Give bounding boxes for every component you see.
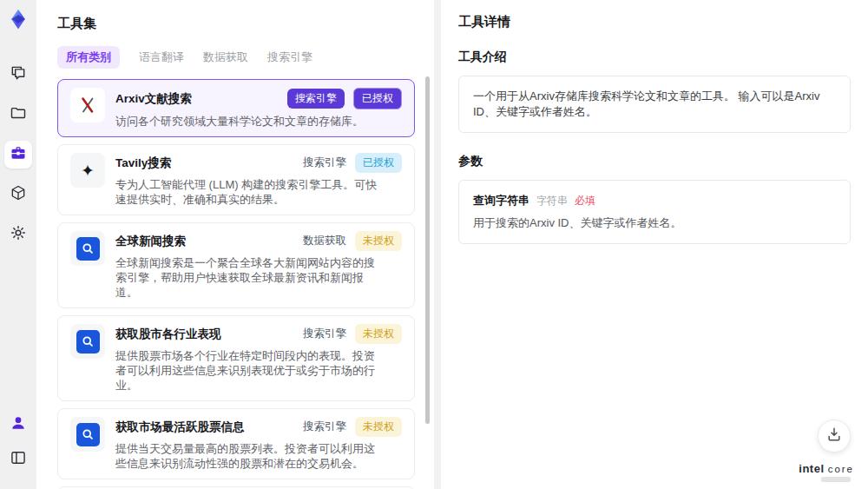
gear-icon	[10, 224, 27, 245]
tool-card-global-news[interactable]: 全球新闻搜索 数据获取 未授权 全球新闻搜索是一个聚合全球各大新闻网站内容的搜索…	[57, 222, 415, 308]
params-heading: 参数	[458, 154, 851, 169]
star-icon: ✦	[70, 153, 105, 188]
user-icon	[10, 414, 27, 435]
download-button[interactable]	[818, 420, 851, 453]
rail-bottom	[4, 411, 32, 480]
tool-name: 全球新闻搜索	[115, 234, 186, 249]
sidebar-item-settings[interactable]	[4, 221, 32, 248]
param-type: 字符串	[536, 194, 568, 208]
intel-wordmark: intel	[799, 462, 824, 475]
cube-icon	[10, 184, 27, 205]
tab-all-categories[interactable]: 所有类别	[57, 46, 120, 69]
sidebar-item-collapse-panel[interactable]	[4, 446, 32, 473]
auth-status-badge: 未授权	[355, 324, 402, 344]
category-label: 数据获取	[303, 234, 346, 248]
tool-name: Arxiv文献搜索	[115, 91, 192, 107]
intro-box: 一个用于从Arxiv存储库搜索科学论文和文章的工具。 输入可以是Arxiv ID…	[458, 76, 851, 133]
tab-data-fetching[interactable]: 数据获取	[203, 46, 248, 69]
sidebar-item-files[interactable]	[4, 101, 32, 129]
category-label: 搜索引擎	[303, 155, 346, 170]
panel-layout-icon	[10, 449, 27, 470]
list-scrollbar	[425, 69, 430, 489]
toolbox-icon	[10, 144, 27, 165]
param-name: 查询字符串	[473, 193, 529, 208]
intel-sub-mark	[821, 477, 851, 482]
app-logo	[6, 7, 30, 31]
tool-description: 访问各个研究领域大量科学论文和文章的存储库。	[115, 114, 402, 129]
intel-core-logo: intel core	[799, 462, 854, 482]
tool-description: 专为人工智能代理 (LLM) 构建的搜索引擎工具。可快速提供实时、准确和真实的结…	[115, 177, 402, 207]
tool-card-active-stocks[interactable]: 获取市场最活跃股票信息 搜索引擎 未授权 提供当天交易量最高的股票列表。投资者可…	[57, 408, 415, 479]
auth-status-badge: 未授权	[355, 417, 402, 437]
intro-heading: 工具介绍	[458, 50, 851, 65]
folder-icon	[10, 104, 27, 125]
sidebar-item-account[interactable]	[4, 411, 32, 439]
tool-list-panel: 工具集 所有类别 语言翻译 数据获取 搜索引擎 Arxiv文献搜索	[36, 0, 434, 489]
tool-card-list: Arxiv文献搜索 搜索引擎 已授权 访问各个研究领域大量科学论文和文章的存储库…	[57, 79, 422, 489]
param-required-flag: 必填	[575, 194, 595, 208]
intro-text: 一个用于从Arxiv存储库搜索科学论文和文章的工具。 输入可以是Arxiv ID…	[473, 89, 819, 118]
blue-search-icon	[70, 231, 105, 266]
sidebar-item-models[interactable]	[4, 181, 32, 208]
category-label: 搜索引擎	[303, 420, 346, 434]
tool-card-tavily[interactable]: ✦ Tavily搜索 搜索引擎 已授权 专为人工智能代理 (LLM) 构建的搜索…	[57, 144, 415, 215]
tool-detail-panel: 工具详情 工具介绍 一个用于从Arxiv存储库搜索科学论文和文章的工具。 输入可…	[441, 0, 868, 489]
blue-search-icon	[70, 324, 105, 359]
category-label: 搜索引擎	[303, 327, 346, 341]
auth-status-badge: 已授权	[353, 88, 402, 109]
tab-language-translation[interactable]: 语言翻译	[139, 46, 184, 69]
download-icon	[825, 426, 843, 446]
detail-title: 工具详情	[458, 14, 851, 30]
category-tabs: 所有类别 语言翻译 数据获取 搜索引擎	[57, 46, 422, 69]
chat-icon	[10, 64, 27, 85]
panel-divider	[434, 0, 441, 489]
page-title: 工具集	[57, 16, 422, 32]
arxiv-icon	[70, 88, 105, 122]
tool-name: Tavily搜索	[115, 155, 171, 171]
tool-description: 全球新闻搜索是一个聚合全球各大新闻网站内容的搜索引擎，帮助用户快速获取全球最新资…	[115, 255, 402, 300]
param-box: 查询字符串 字符串 必填 用于搜索的Arxiv ID、关键字或作者姓名。	[458, 180, 851, 244]
icon-rail	[0, 0, 36, 489]
core-wordmark: core	[828, 464, 854, 474]
tool-description: 提供当天交易量最高的股票列表。投资者可以利用这些信息来识别流动性强的股票和潜在的…	[115, 441, 402, 471]
app-window: 工具集 所有类别 语言翻译 数据获取 搜索引擎 Arxiv文献搜索	[0, 0, 868, 489]
blue-search-icon	[70, 417, 105, 452]
tool-card-sector-performance[interactable]: 获取股市各行业表现 搜索引擎 未授权 提供股票市场各个行业在特定时间段内的表现。…	[57, 315, 415, 401]
param-description: 用于搜索的Arxiv ID、关键字或作者姓名。	[473, 215, 836, 231]
auth-status-badge: 未授权	[355, 231, 402, 251]
tool-card-arxiv[interactable]: Arxiv文献搜索 搜索引擎 已授权 访问各个研究领域大量科学论文和文章的存储库…	[57, 79, 415, 137]
auth-status-badge: 已授权	[355, 153, 402, 173]
sidebar-item-chat[interactable]	[4, 61, 32, 89]
category-badge: 搜索引擎	[287, 89, 345, 109]
tool-description: 提供股票市场各个行业在特定时间段内的表现。投资者可以利用这些信息来识别表现优于或…	[115, 348, 402, 393]
tab-search-engine[interactable]: 搜索引擎	[267, 46, 312, 69]
list-scrollbar-thumb[interactable]	[425, 76, 430, 424]
tool-name: 获取市场最活跃股票信息	[115, 420, 245, 435]
tool-name: 获取股市各行业表现	[115, 327, 221, 342]
sidebar-item-tools[interactable]	[4, 141, 32, 169]
